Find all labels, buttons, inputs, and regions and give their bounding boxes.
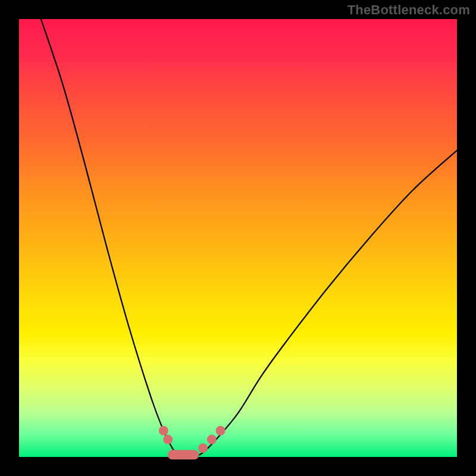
- left-curve: [41, 19, 181, 457]
- marker-dots: [159, 426, 226, 453]
- right-curve: [194, 151, 457, 457]
- marker-dot: [198, 443, 208, 453]
- plot-area: [19, 19, 457, 457]
- attribution-text: TheBottleneck.com: [347, 2, 470, 18]
- marker-dot: [216, 426, 226, 436]
- marker-dot: [159, 426, 168, 436]
- marker-dot: [163, 435, 173, 444]
- chart-container: TheBottleneck.com: [0, 0, 476, 476]
- marker-dot: [207, 435, 217, 444]
- chart-svg: [19, 19, 457, 457]
